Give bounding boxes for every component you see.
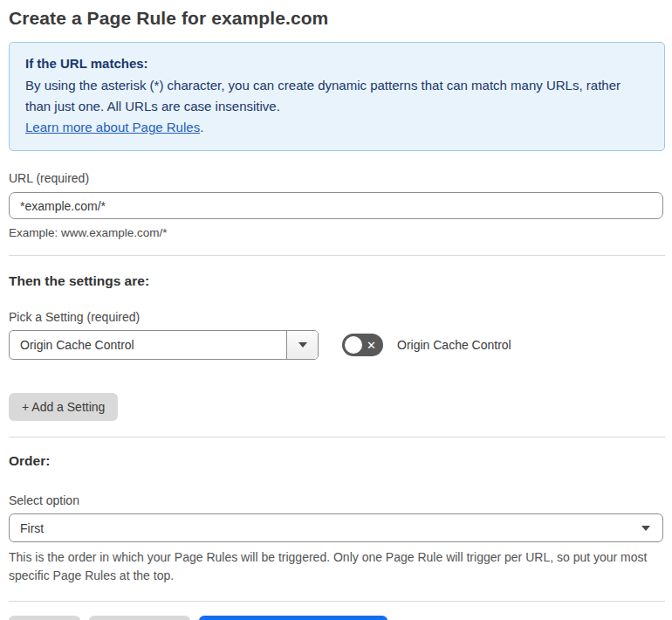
- divider: [9, 255, 665, 256]
- order-select-value: First: [20, 521, 44, 535]
- settings-section-heading: Then the settings are:: [9, 273, 665, 289]
- pick-setting-label: Pick a Setting (required): [9, 310, 665, 324]
- toggle-knob: [345, 336, 362, 354]
- divider: [9, 601, 665, 602]
- setting-select-arrow-button[interactable]: [286, 331, 318, 359]
- page-title: Create a Page Rule for example.com: [9, 8, 665, 29]
- learn-more-link[interactable]: Learn more about Page Rules: [25, 120, 200, 134]
- add-setting-button[interactable]: + Add a Setting: [9, 393, 118, 421]
- url-input[interactable]: [9, 192, 663, 219]
- order-section-heading: Order:: [9, 453, 665, 469]
- info-box-body: By using the asterisk (*) character, you…: [25, 75, 648, 138]
- cancel-button[interactable]: Cancel: [9, 616, 80, 620]
- chevron-down-icon: [298, 342, 307, 348]
- footer-actions: Cancel Save as Draft Save and Deploy Pag…: [9, 616, 665, 620]
- order-help-text: This is the order in which your Page Rul…: [9, 548, 655, 585]
- divider: [9, 437, 665, 437]
- setting-select-value: Origin Cache Control: [10, 331, 286, 359]
- setting-select[interactable]: Origin Cache Control: [9, 330, 319, 360]
- order-select-label: Select option: [9, 493, 665, 507]
- setting-toggle[interactable]: ✕: [342, 334, 383, 356]
- save-and-deploy-button[interactable]: Save and Deploy Page Rule: [199, 616, 387, 620]
- info-box-heading: If the URL matches:: [25, 53, 648, 74]
- chevron-down-icon: [641, 526, 650, 531]
- url-field-label: URL (required): [9, 171, 665, 185]
- setting-row: Origin Cache Control ✕ Origin Cache Cont…: [9, 330, 665, 360]
- url-example-text: Example: www.example.com/*: [9, 226, 665, 239]
- url-match-info-box: If the URL matches: By using the asteris…: [9, 42, 665, 151]
- setting-toggle-label: Origin Cache Control: [397, 338, 511, 352]
- order-select[interactable]: First: [9, 513, 663, 542]
- info-box-body-text: By using the asterisk (*) character, you…: [25, 78, 621, 114]
- link-suffix: .: [200, 120, 203, 134]
- save-as-draft-button[interactable]: Save as Draft: [89, 616, 191, 620]
- toggle-off-x-icon: ✕: [367, 340, 376, 351]
